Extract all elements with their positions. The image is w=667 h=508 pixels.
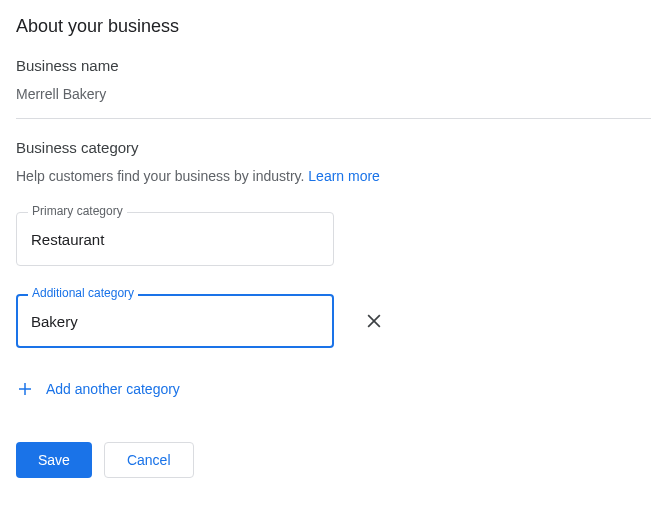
plus-icon — [16, 380, 34, 398]
business-name-label: Business name — [16, 57, 651, 74]
add-another-category-button[interactable]: Add another category — [16, 376, 180, 402]
primary-category-field-group: Primary category — [16, 212, 651, 266]
additional-category-input[interactable] — [16, 294, 334, 348]
helper-text-content: Help customers find your business by ind… — [16, 168, 308, 184]
primary-category-label: Primary category — [28, 204, 127, 218]
button-row: Save Cancel — [16, 442, 651, 478]
close-icon — [364, 311, 384, 331]
additional-category-label: Additional category — [28, 286, 138, 300]
business-name-value: Merrell Bakery — [16, 86, 651, 102]
additional-category-wrapper: Additional category — [16, 294, 334, 348]
business-category-helper: Help customers find your business by ind… — [16, 168, 651, 184]
learn-more-link[interactable]: Learn more — [308, 168, 380, 184]
primary-category-wrapper: Primary category — [16, 212, 334, 266]
remove-category-button[interactable] — [362, 309, 386, 333]
divider — [16, 118, 651, 119]
save-button[interactable]: Save — [16, 442, 92, 478]
add-another-label: Add another category — [46, 381, 180, 397]
additional-category-field-group: Additional category — [16, 294, 651, 348]
cancel-button[interactable]: Cancel — [104, 442, 194, 478]
primary-category-input[interactable] — [16, 212, 334, 266]
additional-category-row: Additional category — [16, 294, 651, 348]
business-category-label: Business category — [16, 139, 651, 156]
page-title: About your business — [16, 16, 651, 37]
